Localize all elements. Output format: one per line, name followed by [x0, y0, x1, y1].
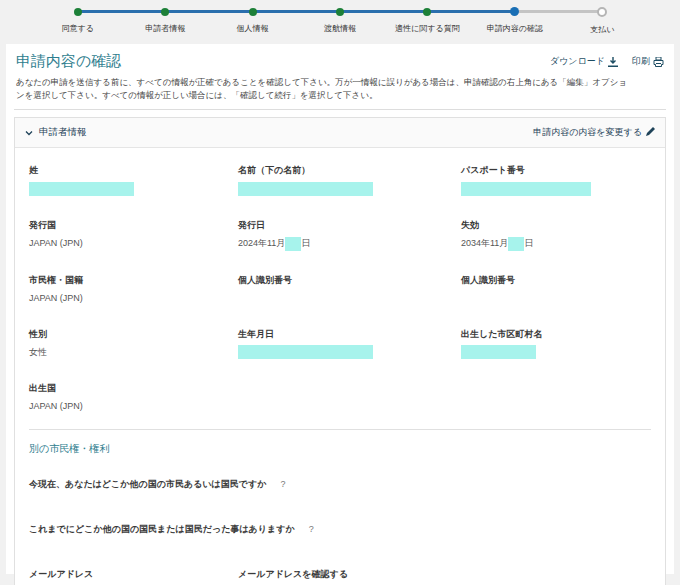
print-label: 印刷: [632, 55, 650, 68]
field-expiry-date: 失効 2034年11月日: [461, 219, 651, 251]
redacted-value: [508, 237, 524, 251]
field-gender: 性別 女性: [29, 328, 238, 360]
download-icon: [608, 57, 618, 67]
field-personal-id: 個人識別番号: [461, 274, 651, 305]
applicant-info-section: 申請者情報 申請内容の内容を変更する 姓 名前（下の名前） パスポート番号: [14, 117, 666, 585]
edit-application-link[interactable]: 申請内容の内容を変更する: [533, 126, 655, 139]
step-label: 適性に関する質問: [384, 23, 471, 34]
field-passport-number: パスポート番号: [461, 164, 651, 196]
field-first-name: 名前（下の名前）: [238, 164, 461, 196]
step-label: 申請者情報: [121, 23, 208, 34]
redacted-value: [285, 237, 301, 251]
step-upcoming-dot: [597, 7, 607, 17]
step-label: 渡航情報: [296, 23, 383, 34]
redacted-value: [29, 182, 134, 196]
download-label: ダウンロード: [550, 55, 605, 68]
step-done-dot: [423, 8, 431, 16]
section-toggle-applicant-info[interactable]: 申請者情報: [25, 126, 87, 139]
edit-link-label: 申請内容の内容を変更する: [533, 126, 642, 139]
section-title-label: 申請者情報: [39, 126, 87, 139]
help-icon[interactable]: ?: [280, 479, 285, 489]
step-label: 同意する: [34, 23, 121, 34]
page-title: 申請内容の確認: [16, 52, 121, 71]
divider: [14, 109, 666, 110]
help-icon[interactable]: ?: [309, 524, 314, 534]
print-link[interactable]: 印刷: [632, 55, 664, 68]
step-done-dot: [161, 8, 169, 16]
field-birth-city: 出生した市区町村名: [461, 328, 651, 360]
field-birth-country: 出生国 JAPAN (JPN): [29, 382, 238, 413]
field-issuing-country: 発行国 JAPAN (JPN): [29, 219, 238, 251]
download-link[interactable]: ダウンロード: [550, 55, 618, 68]
redacted-value: [461, 345, 536, 359]
main-content: 申請内容の確認 ダウンロード 印刷 あなたの申請を送信する前に、すべての情報が正…: [6, 44, 674, 574]
step-payment: 支払い: [559, 7, 646, 35]
field-email-confirm: メールアドレスを確認する: [238, 568, 461, 585]
field-birth-date: 生年月日: [238, 328, 461, 360]
pencil-icon: [646, 127, 655, 138]
question-past-citizen: これまでにどこか他の国の国民または国民だった事はありますか?: [29, 523, 651, 536]
step-done-dot: [336, 8, 344, 16]
print-icon: [653, 57, 664, 67]
field-issue-date: 発行日 2024年11月日: [238, 219, 461, 251]
progress-stepper: 同意する 申請者情報 個人情報 渡航情報 適性に関する質問 申請内容の確認 支払…: [0, 0, 680, 35]
other-citizenship-heading: 別の市民権・権利: [29, 442, 651, 456]
field-last-name: 姓: [29, 164, 238, 196]
divider: [29, 429, 651, 430]
chevron-down-icon: [25, 127, 33, 138]
question-current-citizen: 今現在、あなたはどこか他の国の市民あるいは国民ですか?: [29, 478, 651, 491]
redacted-value: [238, 182, 373, 196]
step-label: 個人情報: [209, 23, 296, 34]
field-national-id: 個人識別番号: [238, 274, 461, 305]
redacted-value: [238, 345, 373, 359]
field-email: メールアドレス: [29, 568, 238, 585]
page-description: あなたの申請を送信する前に、すべての情報が正確であることを確認して下さい。万が一…: [16, 76, 628, 102]
step-label: 申請内容の確認: [471, 23, 558, 34]
redacted-value: [461, 182, 591, 196]
field-citizenship: 市民権・国籍 JAPAN (JPN): [29, 274, 238, 305]
step-done-dot: [249, 8, 257, 16]
step-done-dot: [74, 8, 82, 16]
step-label: 支払い: [559, 24, 646, 35]
step-current-dot: [510, 7, 519, 16]
